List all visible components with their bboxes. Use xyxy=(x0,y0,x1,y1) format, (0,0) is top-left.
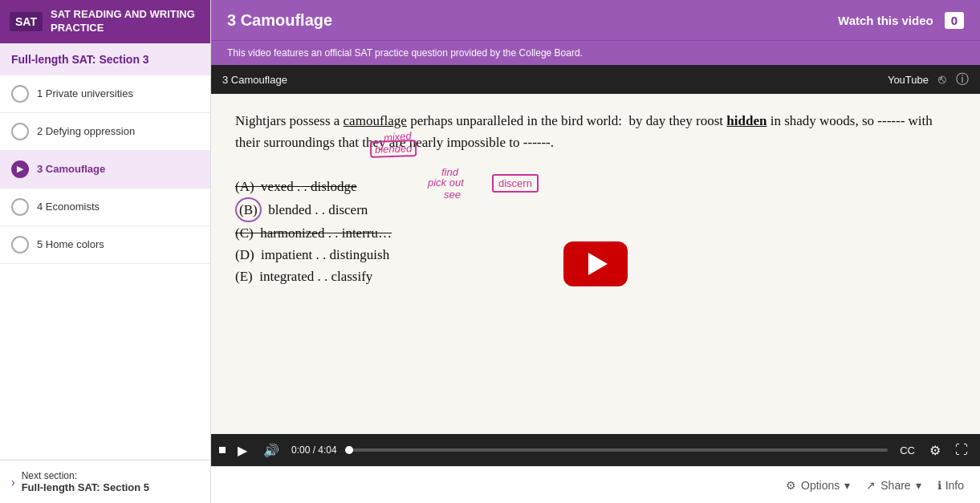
watch-video-button[interactable]: Watch this video xyxy=(838,14,933,27)
options-button[interactable]: ⚙ Options ▾ xyxy=(786,479,850,492)
circle-icon-4 xyxy=(11,198,29,216)
sidebar-section-label: SAT READING AND WRITING PRACTICE xyxy=(51,8,201,35)
share-label: Share xyxy=(880,479,910,492)
question-paragraph: Nightjars possess a camouflage perhaps u… xyxy=(235,110,956,153)
progress-start-dot xyxy=(219,447,226,453)
progress-indicator xyxy=(345,446,353,454)
sidebar-items-list: 1 Private universities2 Defying oppressi… xyxy=(0,75,210,460)
circle-icon-1 xyxy=(11,85,29,103)
info-label: Info xyxy=(945,479,964,492)
sidebar-item-1[interactable]: 1 Private universities xyxy=(0,75,210,113)
info-circle-icon[interactable]: ⓘ xyxy=(956,71,969,88)
next-section-info: Next section: Full-length SAT: Section 5 xyxy=(22,470,149,493)
sidebar-item-label-3: 3 Camouflage xyxy=(37,163,105,175)
options-chevron-icon: ▾ xyxy=(844,479,850,492)
choice-a: (A) vexed . . dislodge xyxy=(235,176,956,197)
settings-button[interactable]: ⚙ xyxy=(925,441,945,460)
chevron-right-icon: › xyxy=(11,476,15,489)
sidebar-next-section[interactable]: › Next section: Full-length SAT: Section… xyxy=(0,460,210,503)
choice-b: (B) blended . . discern xyxy=(235,197,956,222)
youtube-label: YouTube xyxy=(888,74,929,86)
circle-icon-3: ▶ xyxy=(11,160,29,178)
volume-button[interactable]: 🔊 xyxy=(259,441,283,460)
info-icon: ℹ xyxy=(937,479,941,492)
share-icon[interactable]: ⎋ xyxy=(938,72,946,87)
points-badge: 0 xyxy=(945,12,964,29)
video-title-label: 3 Camouflage xyxy=(222,74,287,86)
subtitles-button[interactable]: CC xyxy=(896,443,919,458)
settings-gear-icon: ⚙ xyxy=(786,479,796,492)
main-content: 3 Camouflage Watch this video 0 This vid… xyxy=(211,0,980,503)
sidebar-section-title: Full-length SAT: Section 3 xyxy=(0,43,210,75)
video-top-bar: 3 Camouflage YouTube ⎋ ⓘ xyxy=(211,65,980,94)
notice-bar: This video features an official SAT prac… xyxy=(211,40,980,65)
fullscreen-button[interactable]: ⛶ xyxy=(951,441,972,459)
sidebar-header: SAT SAT READING AND WRITING PRACTICE xyxy=(0,0,210,43)
share-chevron-icon: ▾ xyxy=(916,479,921,492)
sat-badge: SAT xyxy=(10,12,43,31)
video-play-button[interactable] xyxy=(563,241,628,286)
video-top-right: YouTube ⎋ ⓘ xyxy=(888,71,969,88)
sidebar-item-label-5: 5 Home colors xyxy=(37,238,104,250)
next-label: Next section: xyxy=(22,470,149,481)
controls-right: CC ⚙ ⛶ xyxy=(896,441,972,460)
header-right: Watch this video 0 xyxy=(838,12,964,29)
share-arrow-icon: ↗ xyxy=(866,479,876,492)
time-display: 0:00 / 4:04 xyxy=(291,444,337,456)
main-header: 3 Camouflage Watch this video 0 xyxy=(211,0,980,40)
progress-bar[interactable] xyxy=(345,448,889,452)
next-section-name: Full-length SAT: Section 5 xyxy=(22,481,149,493)
sidebar-item-5[interactable]: 5 Home colors xyxy=(0,226,210,264)
sidebar-item-label-1: 1 Private universities xyxy=(37,87,133,99)
play-pause-button[interactable]: ▶ xyxy=(234,441,251,460)
bottom-bar: ⚙ Options ▾ ↗ Share ▾ ℹ Info xyxy=(211,466,980,503)
sidebar: SAT SAT READING AND WRITING PRACTICE Ful… xyxy=(0,0,211,503)
share-button[interactable]: ↗ Share ▾ xyxy=(866,479,921,492)
page-title: 3 Camouflage xyxy=(227,11,332,30)
info-button[interactable]: ℹ Info xyxy=(937,479,964,492)
video-controls: ▶ 🔊 0:00 / 4:04 CC ⚙ ⛶ xyxy=(211,434,980,466)
sidebar-item-2[interactable]: 2 Defying oppression xyxy=(0,113,210,151)
sidebar-item-label-2: 2 Defying oppression xyxy=(37,125,135,137)
options-label: Options xyxy=(801,479,840,492)
video-content: Nightjars possess a camouflage perhaps u… xyxy=(211,94,980,434)
circle-icon-5 xyxy=(11,236,29,254)
sidebar-item-label-4: 4 Economists xyxy=(37,201,100,213)
circle-icon-2 xyxy=(11,123,29,140)
sidebar-item-4[interactable]: 4 Economists xyxy=(0,189,210,226)
video-container: 3 Camouflage YouTube ⎋ ⓘ Nightjars posse… xyxy=(211,65,980,466)
sidebar-item-3[interactable]: ▶3 Camouflage xyxy=(0,151,210,189)
